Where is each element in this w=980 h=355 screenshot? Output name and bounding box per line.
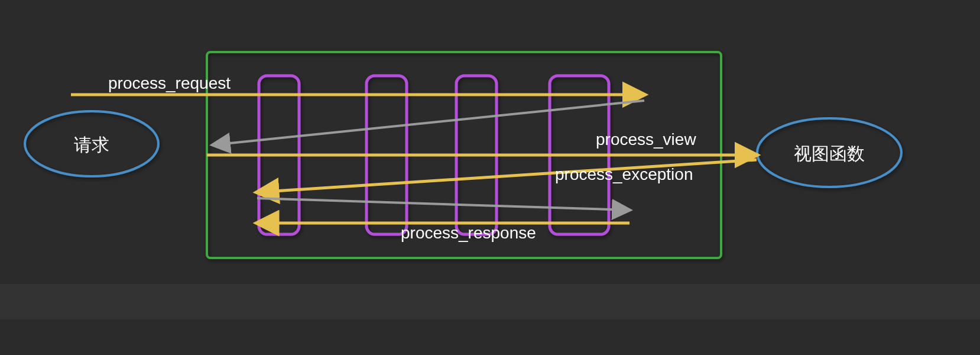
- arrow-gray-top: [213, 101, 644, 145]
- label-process-response: process_response: [401, 224, 536, 242]
- arrow-gray-bottom: [257, 198, 629, 210]
- request-label: 请求: [74, 135, 109, 154]
- label-process-request: process_request: [108, 74, 231, 92]
- diagram-canvas: 请求 视图函数 process_request process_view pro…: [0, 0, 980, 355]
- label-process-exception: process_exception: [555, 165, 693, 183]
- bottom-strip: [0, 284, 980, 320]
- label-process-view: process_view: [596, 130, 696, 149]
- view-function-label: 视图函数: [794, 144, 865, 163]
